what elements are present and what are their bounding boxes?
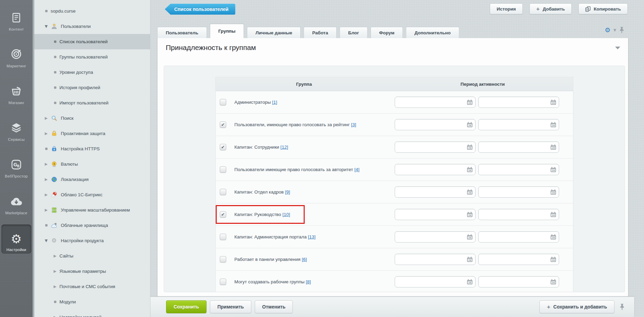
menu-item[interactable]: ▼Пользователи — [34, 19, 150, 34]
menu-item[interactable]: ▶Почтовые и СМС события — [34, 279, 150, 294]
save-button[interactable]: Сохранить — [166, 300, 207, 313]
sidebar-item-marketplace[interactable]: Marketplace — [1, 188, 31, 217]
group-label: Администраторы [1] — [234, 100, 277, 105]
menu-item[interactable]: ▶Управление масштабированием — [34, 202, 150, 218]
group-count-link[interactable]: [1] — [272, 100, 277, 105]
menu-item[interactable]: Облачные хранилища — [34, 218, 150, 233]
menu-item[interactable]: SНастройка HTTPS — [34, 141, 150, 156]
date-to-input[interactable] — [481, 233, 547, 242]
group-checkbox[interactable] — [220, 234, 226, 240]
date-from-input[interactable] — [398, 188, 464, 197]
menu-item[interactable]: История профилей — [34, 80, 150, 95]
pin-footer-icon[interactable] — [620, 303, 625, 311]
chevron-right-icon[interactable]: ▶ — [53, 254, 57, 258]
date-to-input[interactable] — [481, 143, 547, 152]
date-from-input[interactable] — [398, 278, 464, 287]
group-checkbox[interactable]: ✔ — [220, 211, 226, 218]
date-from-input[interactable] — [398, 98, 464, 107]
chevron-right-icon[interactable]: ▶ — [53, 284, 57, 289]
group-count-link[interactable]: [9] — [285, 189, 290, 195]
tab-личные-данные[interactable]: Личные данные — [247, 27, 301, 38]
menu-item[interactable]: Импорт пользователей — [34, 95, 150, 111]
group-checkbox[interactable] — [220, 256, 226, 263]
chevron-right-icon[interactable]: ▶ — [53, 269, 57, 273]
date-to-input[interactable] — [481, 255, 547, 264]
breadcrumb-button[interactable]: Список пользователей — [165, 4, 235, 15]
menu-item[interactable]: ▶Облако 1С-Битрикс — [34, 187, 150, 202]
apply-button[interactable]: Применить — [210, 300, 251, 313]
date-from-input[interactable] — [398, 210, 464, 219]
copy-button[interactable]: Копировать — [578, 3, 628, 14]
menu-item[interactable]: ▶$Валюты — [34, 156, 150, 172]
date-to-input[interactable] — [481, 120, 547, 130]
chevron-right-icon[interactable]: ▶ — [44, 162, 49, 166]
menu-item[interactable]: Список пользователей — [34, 34, 150, 49]
menu-item[interactable]: ▶Языковые параметры — [34, 264, 150, 279]
date-to-input[interactable] — [481, 98, 547, 107]
group-count-link[interactable]: [10] — [282, 212, 290, 217]
date-from-input[interactable] — [398, 143, 464, 152]
menu-item[interactable]: ▶Поиск — [34, 111, 150, 126]
chevron-right-icon[interactable]: ▶ — [44, 116, 49, 120]
collapse-section-icon[interactable] — [615, 46, 621, 50]
menu-item[interactable]: ▶Настройки модулей — [34, 310, 150, 317]
menu-item[interactable]: Уровни доступа — [34, 65, 150, 80]
group-count-link[interactable]: [12] — [281, 145, 288, 150]
history-button[interactable]: История — [490, 3, 522, 14]
date-from-input[interactable] — [398, 233, 464, 242]
pin-form-icon[interactable] — [619, 27, 624, 34]
menu-item[interactable]: ▶Локализация — [34, 172, 150, 187]
sidebar-item-настройки[interactable]: ⚙Настройки — [1, 224, 31, 254]
group-checkbox[interactable]: ✔ — [220, 144, 226, 150]
sidebar-item-магазин[interactable]: Магазин — [1, 78, 31, 107]
date-to-input[interactable] — [481, 210, 547, 219]
menu-item-label: Локализация — [61, 177, 89, 182]
chevron-down-icon[interactable]: ▼ — [613, 28, 616, 32]
group-count-link[interactable]: [4] — [354, 167, 359, 172]
groups-table-body: Администраторы [1]2424✔Пользователи, име… — [216, 91, 573, 292]
group-count-link[interactable]: [13] — [308, 234, 316, 239]
tab-форум[interactable]: Форум — [371, 27, 403, 38]
group-count-link[interactable]: [8] — [306, 279, 311, 284]
sidebar-item-маркетинг[interactable]: Маркетинг — [1, 41, 31, 70]
sidebar-item-сервисы[interactable]: Сервисы — [1, 114, 31, 144]
chevron-down-icon[interactable]: ▼ — [44, 238, 49, 243]
chevron-right-icon[interactable]: ▶ — [44, 131, 49, 136]
menu-item[interactable]: ▶Сайты — [34, 248, 150, 264]
group-checkbox[interactable] — [220, 166, 226, 173]
cancel-button[interactable]: Отменить — [255, 300, 293, 313]
chevron-right-icon[interactable]: ▶ — [44, 193, 49, 197]
tab-пользователь[interactable]: Пользователь — [157, 27, 207, 38]
sidebar-item-вебпростор[interactable]: GBВебПростор — [1, 151, 31, 180]
group-checkbox[interactable]: ✔ — [220, 121, 226, 128]
tab-работа[interactable]: Работа — [304, 27, 337, 38]
date-to-input[interactable] — [481, 165, 547, 174]
tab-группы[interactable]: Группы — [210, 24, 244, 38]
add-button[interactable]: + Добавить — [530, 3, 572, 14]
sidebar-item-контент[interactable]: Контент — [1, 4, 31, 33]
date-from-input[interactable] — [398, 255, 464, 264]
chevron-right-icon[interactable]: ▶ — [53, 315, 57, 317]
date-to-input[interactable] — [481, 278, 547, 287]
chevron-down-icon[interactable]: ▼ — [44, 24, 49, 29]
user-icon — [51, 23, 57, 30]
group-checkbox[interactable] — [220, 279, 226, 285]
form-settings-gear-icon[interactable]: ⚙ — [605, 27, 610, 33]
menu-item[interactable]: Модули — [34, 294, 150, 310]
menu-item[interactable]: sopdu.curse — [34, 3, 150, 19]
group-count-link[interactable]: [6] — [302, 257, 307, 262]
menu-item[interactable]: Группы пользователей — [34, 49, 150, 65]
tab-блог[interactable]: Блог — [340, 27, 368, 38]
date-from-input[interactable] — [398, 165, 464, 174]
group-count-link[interactable]: [3] — [351, 122, 356, 127]
menu-item[interactable]: ▶Проактивная защита — [34, 126, 150, 141]
save-and-add-button[interactable]: + Сохранить и добавить — [539, 300, 614, 313]
chevron-right-icon[interactable]: ▶ — [44, 208, 49, 212]
tab-дополнительно[interactable]: Дополнительно — [406, 27, 459, 38]
chevron-right-icon[interactable]: ▶ — [44, 177, 49, 182]
menu-item[interactable]: ▼⚙Настройки продукта — [34, 233, 150, 248]
date-from-input[interactable] — [398, 120, 464, 130]
group-checkbox[interactable] — [220, 189, 226, 195]
date-to-input[interactable] — [481, 188, 547, 197]
group-checkbox[interactable] — [220, 99, 226, 105]
